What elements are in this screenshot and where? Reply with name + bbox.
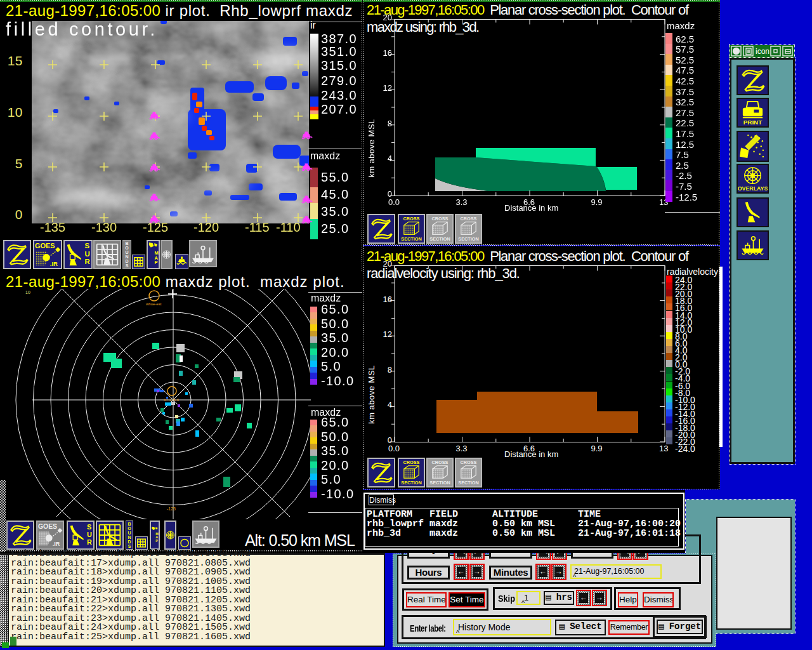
svg-text:SECTION: SECTION: [401, 480, 421, 486]
svg-text:PRINT: PRINT: [743, 119, 762, 126]
svg-text:SECTION: SECTION: [458, 480, 478, 486]
svg-text:SECTION: SECTION: [429, 480, 450, 486]
svg-text:CROSS: CROSS: [403, 460, 420, 465]
svg-text:S: S: [87, 523, 91, 531]
svg-text:whoe-est: whoe-est: [145, 302, 162, 306]
svg-text:GOES: GOES: [38, 523, 57, 530]
svg-text:CROSS: CROSS: [432, 460, 449, 465]
svg-text:R: R: [87, 538, 92, 546]
svg-text:-125: -125: [167, 507, 176, 511]
svg-text:CROSS: CROSS: [461, 460, 477, 465]
svg-text:SECTION: SECTION: [429, 236, 450, 242]
svg-text:OVERLAYS: OVERLAYS: [738, 185, 768, 192]
svg-text:.IR: .IR: [53, 541, 60, 547]
svg-text:SECTION: SECTION: [458, 236, 478, 242]
svg-text:icon: icon: [756, 47, 769, 56]
svg-text:CROSS: CROSS: [432, 216, 449, 222]
svg-text:b<-125-6: b<-125-6: [164, 398, 180, 402]
svg-text:CROSS: CROSS: [403, 216, 420, 222]
svg-text:SECTION: SECTION: [401, 236, 421, 242]
svg-text:P: P: [155, 539, 158, 543]
svg-text:U: U: [87, 531, 92, 538]
svg-text:CROSS: CROSS: [461, 216, 477, 222]
svg-text:10: 10: [25, 290, 30, 295]
